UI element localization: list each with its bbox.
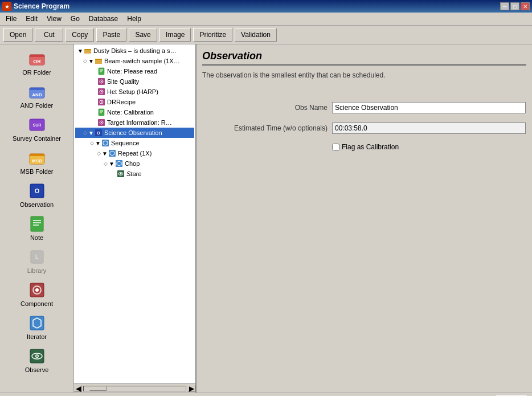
- science-obs-label: Science Observation: [104, 129, 162, 136]
- tree-item-beam-switch[interactable]: ◇ ▼ Beam-switch sample (1X…: [75, 56, 194, 66]
- observe-button[interactable]: Observe: [2, 344, 71, 376]
- menu-file[interactable]: File: [2, 14, 20, 24]
- iterator-button[interactable]: Iterator: [2, 311, 71, 343]
- tree-item-drrecipe[interactable]: DRRecipe: [75, 97, 194, 107]
- and-folder-button[interactable]: AND AND Folder: [2, 80, 71, 112]
- tree-content[interactable]: ▼ Dusty Disks – is dusting a s… ◇ ▼ Beam…: [74, 44, 195, 383]
- msb-folder-icon: MSB: [28, 149, 46, 167]
- scroll-thumb[interactable]: [89, 386, 107, 391]
- paste-button[interactable]: Paste: [96, 28, 126, 42]
- svg-point-40: [101, 91, 102, 92]
- scroll-left-button[interactable]: ◀: [74, 385, 82, 392]
- maximize-button[interactable]: □: [510, 2, 519, 10]
- svg-text:SUR: SUR: [32, 123, 41, 127]
- flag-calibration-checkbox[interactable]: [332, 144, 339, 151]
- save-button[interactable]: Save: [129, 28, 157, 42]
- menu-database[interactable]: Database: [85, 14, 121, 24]
- estimated-time-input[interactable]: [332, 123, 526, 134]
- scroll-track[interactable]: [83, 386, 186, 391]
- observe-icon: [28, 347, 46, 365]
- obs-name-input[interactable]: [332, 102, 526, 113]
- titlebar: ★ Science Program ─ □ ✕: [0, 0, 532, 13]
- note-button[interactable]: Note: [2, 212, 71, 244]
- observation-tool-label: Observation: [20, 201, 54, 208]
- svg-text:MSB: MSB: [32, 158, 42, 164]
- copy-button[interactable]: Copy: [66, 28, 94, 42]
- toolbar: Open Cut Copy Paste Save Image Prioritiz…: [0, 26, 532, 44]
- tool-panel: OR OR Folder AND AND Folder SUR: [0, 44, 74, 393]
- tree-scrollbar[interactable]: ◀ ▶: [74, 383, 195, 393]
- note-please-read-label: Note: Please read: [107, 68, 157, 75]
- tree-item-het-setup[interactable]: Het Setup (HARP): [75, 87, 194, 97]
- menu-view[interactable]: View: [43, 14, 65, 24]
- tree-item-chop[interactable]: ◇ ▼ Chop: [75, 158, 194, 169]
- or-folder-button[interactable]: OR OR Folder: [2, 47, 71, 79]
- survey-container-label: Survey Container: [13, 135, 61, 142]
- titlebar-controls: ─ □ ✕: [500, 2, 530, 10]
- svg-rect-44: [99, 109, 104, 116]
- svg-point-43: [101, 101, 102, 103]
- survey-container-button[interactable]: SUR Survey Container: [2, 113, 71, 145]
- target-info-icon: [97, 118, 106, 127]
- tree-item-sequence[interactable]: ◇ ▼ Sequence: [75, 138, 194, 148]
- minimize-button[interactable]: ─: [500, 2, 509, 10]
- svg-rect-28: [84, 50, 91, 54]
- beam-switch-label: Beam-switch sample (1X…: [104, 58, 180, 64]
- stare-label: Stare: [126, 170, 141, 177]
- svg-point-37: [101, 81, 102, 82]
- menu-edit[interactable]: Edit: [22, 14, 41, 24]
- target-info-label: Target Information: R…: [107, 119, 172, 126]
- tree-item-target-info[interactable]: Target Information: R…: [75, 117, 194, 128]
- content-panel: Observation The observation is the small…: [197, 44, 532, 393]
- cut-button[interactable]: Cut: [35, 28, 63, 42]
- tree-arrow-sequence[interactable]: ▼: [95, 140, 101, 146]
- library-button[interactable]: L Library: [2, 245, 71, 277]
- tree-item-dusty-disks[interactable]: ▼ Dusty Disks – is dusting a s…: [75, 46, 194, 56]
- tree-item-note-calibration[interactable]: Note: Calibration: [75, 107, 194, 117]
- tree-arrow-repeat[interactable]: ▼: [102, 150, 108, 157]
- tree-item-repeat[interactable]: ◇ ▼ Repeat (1X): [75, 148, 194, 158]
- svg-text:L: L: [35, 254, 38, 260]
- library-label: Library: [27, 267, 47, 274]
- tree-item-site-quality[interactable]: Site Quality: [75, 76, 194, 87]
- tree-item-note-please-read[interactable]: Note: Please read: [75, 66, 194, 76]
- tree-arrow-science-obs[interactable]: ▼: [88, 130, 94, 136]
- msb-folder-label: MSB Folder: [20, 168, 53, 175]
- library-icon: L: [28, 248, 46, 266]
- scroll-right-button[interactable]: ▶: [187, 385, 195, 392]
- menu-help[interactable]: Help: [124, 14, 145, 24]
- obs-name-row: Obs Name: [202, 102, 526, 113]
- component-label: Component: [21, 300, 53, 307]
- svg-rect-31: [99, 68, 104, 75]
- tree-arrow-beam[interactable]: ▼: [88, 58, 94, 64]
- image-button[interactable]: Image: [159, 28, 191, 42]
- open-button[interactable]: Open: [3, 28, 32, 42]
- chop-label: Chop: [125, 160, 140, 167]
- chop-icon: [114, 159, 124, 168]
- svg-rect-13: [31, 217, 43, 231]
- svg-point-58: [120, 173, 122, 175]
- component-icon: [28, 281, 46, 299]
- tree-panel: ▼ Dusty Disks – is dusting a s… ◇ ▼ Beam…: [74, 44, 197, 393]
- observation-panel-title: Observation: [202, 50, 526, 66]
- observation-tool-button[interactable]: O Observation: [2, 179, 71, 211]
- tree-arrow[interactable]: ▼: [77, 48, 83, 54]
- het-setup-icon: [97, 87, 106, 96]
- tree-item-stare[interactable]: Stare: [75, 169, 194, 179]
- prioritize-button[interactable]: Prioritize: [193, 28, 232, 42]
- svg-text:AND: AND: [32, 92, 42, 97]
- tree-arrow-chop[interactable]: ▼: [109, 161, 114, 167]
- close-button[interactable]: ✕: [521, 2, 530, 10]
- menu-go[interactable]: Go: [67, 14, 83, 24]
- estimated-time-label: Estimated Time (w/o optionals): [202, 124, 328, 132]
- tree-item-science-obs[interactable]: ◇ ▼ O Science Observation: [75, 128, 194, 138]
- validation-button[interactable]: Validation: [235, 28, 277, 42]
- svg-text:O: O: [97, 131, 100, 135]
- dusty-disks-icon: [83, 46, 92, 55]
- app-icon: ★: [2, 2, 11, 11]
- form-section: Obs Name Estimated Time (w/o optionals) …: [202, 102, 526, 151]
- repeat-icon: [108, 149, 117, 158]
- msb-folder-button[interactable]: MSB MSB Folder: [2, 146, 71, 178]
- svg-rect-30: [95, 60, 102, 64]
- component-button[interactable]: Component: [2, 278, 71, 310]
